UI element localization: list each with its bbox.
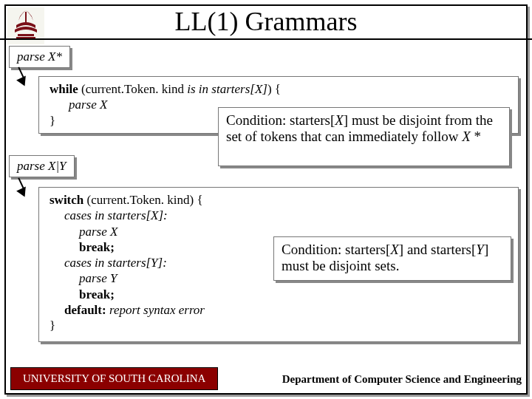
code2-line9: }: [50, 318, 508, 333]
n2t2: X: [390, 242, 399, 257]
code2-line8: default: report syntax error: [50, 302, 508, 318]
c1-ital: is in starters[X]: [187, 82, 267, 96]
kw-while: while: [50, 82, 78, 96]
c2-txt1: (current.Token. kind) {: [83, 193, 202, 207]
n1t4: X: [462, 129, 474, 144]
code2-line4: break;: [79, 240, 115, 254]
note-box-2: Condition: starters[X] and starters[Y] m…: [273, 236, 511, 281]
n2t1: Condition: starters[: [282, 242, 390, 257]
c1-txt1: (current.Token. kind: [78, 82, 188, 96]
n1t2: X: [335, 112, 344, 128]
code2-line2: cases in starters[X]:: [50, 208, 508, 223]
kw-switch: switch: [50, 193, 83, 207]
label-parse-x-or-y: parse X|Y: [9, 155, 75, 177]
label2-text: parse X|Y: [17, 159, 66, 173]
n2t3: ] and starters[: [399, 242, 476, 257]
label1-text: parse X*: [17, 50, 62, 64]
footer-university: UNIVERSITY OF SOUTH CAROLINA: [10, 367, 218, 390]
slide-title: LL(1) Grammars: [0, 6, 532, 40]
c1-txt2: ) {: [267, 82, 281, 96]
code2-line7: break;: [79, 287, 115, 301]
code2-line1: switch (current.Token. kind) {: [50, 192, 508, 208]
slide: LL(1) Grammars parse X* while (current.T…: [0, 0, 532, 399]
n1t5: *: [474, 129, 482, 144]
code1-line1: while (current.Token. kind is in starter…: [50, 81, 508, 97]
kw-default: default:: [64, 303, 106, 317]
footer-department: Department of Computer Science and Engin…: [282, 369, 522, 390]
c2-err: report syntax error: [106, 303, 205, 317]
note-box-1: Condition: starters[X] must be disjoint …: [218, 107, 510, 166]
n1t1: Condition: starters[: [226, 112, 335, 128]
label-parse-x-star: parse X*: [9, 46, 70, 68]
n2t4: Y: [476, 242, 484, 257]
